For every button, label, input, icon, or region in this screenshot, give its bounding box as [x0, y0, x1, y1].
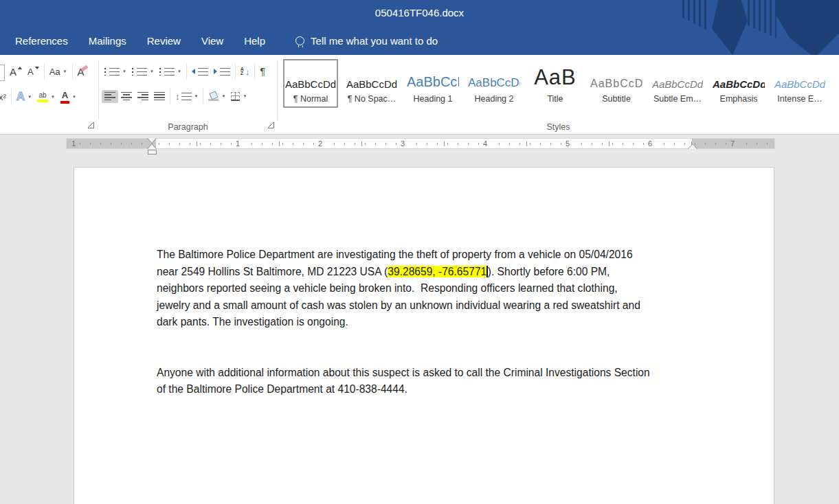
style-title[interactable]: AaB Title	[528, 59, 583, 108]
ruler-mark: 3	[399, 139, 407, 148]
style-emphasis[interactable]: AaBbCcDd Emphasis	[711, 59, 766, 108]
font-size-box-fragment[interactable]	[0, 65, 5, 81]
borders-grid-icon	[231, 92, 240, 101]
font-color-bar-icon	[60, 101, 69, 104]
dropdown-arrow-icon: ▼	[194, 94, 199, 98]
right-indent-marker[interactable]	[688, 144, 697, 149]
paragraph-group: ▼ ▼ ▼ AZ ↓	[99, 55, 277, 135]
text-highlight-button[interactable]: ab ▼	[34, 89, 58, 104]
style-heading2[interactable]: AaBbCcDd Heading 2	[467, 59, 522, 108]
tell-me-box[interactable]: Tell me what you want to do	[295, 35, 438, 47]
hanging-indent-marker[interactable]	[147, 144, 157, 149]
sort-button[interactable]: AZ ↓	[238, 65, 253, 78]
arrow-left-icon	[192, 69, 195, 74]
highlighted-coordinates[interactable]: 39.28659, -76.65771	[388, 266, 486, 277]
lightbulb-icon	[295, 36, 304, 45]
dropdown-arrow-icon: ▼	[243, 94, 247, 98]
align-center-button[interactable]	[118, 90, 135, 103]
ruler-mark: 2	[316, 139, 324, 148]
divider	[186, 63, 187, 80]
divider	[203, 88, 203, 104]
down-arrow-icon: ↓	[245, 67, 250, 76]
increase-indent-button[interactable]	[211, 66, 233, 78]
divider	[235, 63, 236, 80]
list-lines-icon	[109, 68, 120, 76]
numbering-button[interactable]: ▼	[129, 66, 157, 78]
dropdown-arrow-icon: ▼	[27, 95, 32, 99]
tab-review[interactable]: Review	[147, 35, 181, 47]
ribbon-tab-bar: References Mailings Review View Help Tel…	[15, 35, 438, 47]
ruler-mark: 7	[728, 139, 737, 148]
style-heading1[interactable]: AaBbCcDd Heading 1	[405, 59, 460, 108]
divider	[72, 63, 73, 80]
ruler-mark: 1	[69, 139, 78, 148]
clear-formatting-button[interactable]: A	[75, 64, 91, 80]
indent-lines-icon	[220, 68, 230, 76]
spacing-lines-icon	[181, 93, 192, 100]
tell-me-label: Tell me what you want to do	[311, 35, 438, 47]
style-intense-emphasis[interactable]: AaBbCcDd Intense E…	[772, 59, 827, 108]
tab-view[interactable]: View	[201, 35, 223, 47]
superscript-button-fragment[interactable]: x²	[0, 90, 9, 104]
multilevel-column-icon	[159, 68, 161, 76]
align-center-icon	[121, 92, 132, 101]
divider	[11, 89, 12, 105]
style-subtle-emphasis[interactable]: AaBbCcDd Subtle Em…	[650, 59, 705, 108]
divider	[44, 63, 45, 80]
align-right-button[interactable]	[135, 90, 151, 103]
align-left-button[interactable]	[102, 90, 118, 103]
document-page[interactable]: The Baltimore Police Department are inve…	[74, 167, 774, 504]
text-effects-button[interactable]: A▼	[14, 88, 34, 106]
grow-font-button[interactable]: A	[7, 64, 25, 80]
indent-lines-icon	[198, 68, 208, 76]
document-title: 050416TF046.docx	[0, 7, 839, 19]
caret-up-icon	[18, 67, 22, 69]
style-no-spacing[interactable]: AaBbCcDd ¶ No Spac…	[344, 59, 399, 108]
dropdown-arrow-icon: ▼	[72, 95, 76, 99]
title-bar: 050416TF046.docx References Mailings Rev…	[0, 0, 839, 55]
styles-gallery: AaBbCcDd ¶ Normal AaBbCcDd ¶ No Spac… Aa…	[283, 59, 827, 108]
ruler-mark: 4	[481, 139, 489, 148]
number-column-icon	[132, 68, 133, 76]
justify-icon	[154, 92, 165, 101]
shading-button[interactable]: ▼	[205, 90, 228, 103]
decrease-indent-button[interactable]	[189, 66, 211, 78]
highlight-color-bar-icon	[37, 100, 48, 102]
styles-group: AaBbCcDd ¶ Normal AaBbCcDd ¶ No Spac… Aa…	[278, 55, 839, 135]
multilevel-list-button[interactable]: ▼	[157, 66, 184, 78]
paragraph-group-label: Paragraph	[99, 122, 277, 132]
styles-group-label: Styles	[278, 122, 839, 132]
font-dialog-launcher[interactable]	[88, 122, 94, 128]
paragraph-2[interactable]: Anyone with additional information about…	[157, 365, 693, 398]
line-spacing-button[interactable]: ↕▼	[172, 90, 201, 103]
divider	[254, 63, 255, 80]
first-line-indent-marker[interactable]	[147, 138, 157, 144]
ruler-mark: 6	[646, 139, 654, 148]
borders-button[interactable]: ▼	[228, 90, 249, 103]
font-color-button[interactable]: A ▼	[58, 88, 79, 106]
tab-references[interactable]: References	[15, 35, 68, 47]
tab-mailings[interactable]: Mailings	[89, 35, 126, 47]
paragraph-1[interactable]: The Baltimore Police Department are inve…	[157, 247, 693, 331]
word-window: 050416TF046.docx References Mailings Rev…	[0, 0, 839, 504]
show-formatting-marks-button[interactable]: ¶	[257, 64, 268, 79]
bullet-dots-icon	[104, 68, 106, 76]
divider	[170, 88, 170, 104]
arrow-right-icon	[214, 69, 217, 74]
tab-help[interactable]: Help	[244, 35, 265, 47]
ribbon: A A Aa▼ A x²	[0, 55, 839, 135]
style-normal[interactable]: AaBbCcDd ¶ Normal	[283, 59, 338, 108]
justify-button[interactable]	[151, 90, 168, 103]
bullets-button[interactable]: ▼	[102, 66, 129, 78]
caret-down-icon	[35, 67, 39, 69]
style-subtitle[interactable]: AaBbCcD Subtitle	[589, 59, 644, 108]
paragraph-dialog-launcher[interactable]	[268, 122, 274, 128]
font-group: A A Aa▼ A x²	[0, 55, 98, 135]
shrink-font-button[interactable]: A	[25, 65, 42, 79]
align-left-icon	[104, 92, 115, 101]
horizontal-ruler[interactable]: 1 1 2 3 4 5 6 7	[66, 138, 775, 149]
dropdown-arrow-icon: ▼	[177, 69, 181, 73]
change-case-button[interactable]: Aa▼	[47, 65, 70, 79]
dropdown-arrow-icon: ▼	[150, 69, 154, 73]
left-indent-marker[interactable]	[148, 150, 157, 154]
